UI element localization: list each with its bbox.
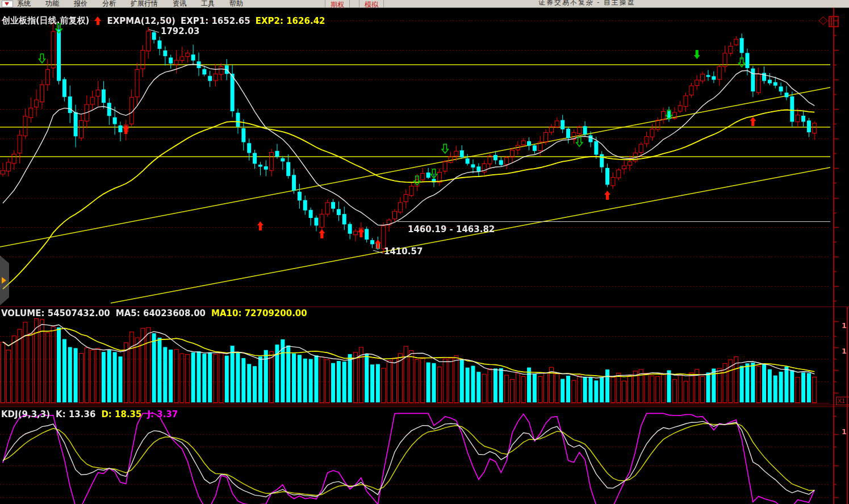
axis-label-partial-1: 1 bbox=[842, 321, 847, 330]
kdj-d-value: D: 18.35 bbox=[101, 409, 141, 419]
kdj-pane-title: KDJ(9,3,3) K: 13.36 D: 18.35 J: 3.37 bbox=[1, 409, 178, 419]
symbol-period-label: 创业板指(日线.前复权) bbox=[2, 15, 89, 26]
exp2-value: EXP2: 1626.42 bbox=[256, 16, 325, 26]
kdj-k-value: K: 13.36 bbox=[56, 409, 95, 419]
menu-item-3[interactable]: 报价 bbox=[74, 0, 87, 8]
volume-pane-title: VOLUME: 54507432.00 MA5: 64023608.00 MA1… bbox=[1, 308, 307, 318]
menu-item-1[interactable]: 系统 bbox=[17, 0, 31, 8]
menu-item-5[interactable]: 扩展行情 bbox=[131, 0, 158, 8]
menu-bar: 系统功能报价分析扩展行情资讯工具帮助 期权模拟 证券交易不复杂 - 自主操盘 bbox=[0, 0, 849, 8]
indicator-label[interactable]: EXPMA(12,50) bbox=[107, 16, 175, 26]
volume-value: VOLUME: 54507432.00 bbox=[1, 308, 110, 318]
menu-item-2[interactable]: 功能 bbox=[45, 0, 59, 8]
app-icon[interactable] bbox=[2, 1, 13, 7]
up-arrow-icon bbox=[94, 16, 102, 26]
expand-arrow-icon bbox=[2, 277, 6, 284]
kdj-j-value: J: 3.37 bbox=[148, 409, 178, 419]
menu-item-7[interactable]: 工具 bbox=[201, 0, 215, 8]
hot-menu-items: 期权模拟 bbox=[325, 0, 393, 8]
hot-menu-item-1[interactable]: 期权 bbox=[325, 0, 350, 8]
axis-label-partial-2: 1 bbox=[842, 347, 847, 355]
menubar-slogan: 证券交易不复杂 - 自主操盘 bbox=[538, 0, 635, 7]
x1-scale-badge[interactable]: X1 bbox=[836, 397, 849, 405]
peak-price-annotation: 1792.03 bbox=[161, 26, 199, 36]
menu-items: 系统功能报价分析扩展行情资讯工具帮助 bbox=[17, 0, 258, 8]
menu-item-4[interactable]: 分析 bbox=[102, 0, 116, 8]
gap-range-annotation: 1460.19 - 1463.82 bbox=[408, 224, 495, 234]
split-window-icon[interactable] bbox=[829, 16, 839, 27]
axis-label-partial-3: 1 bbox=[842, 427, 847, 436]
trading-app-window: 系统功能报价分析扩展行情资讯工具帮助 期权模拟 证券交易不复杂 - 自主操盘 创… bbox=[0, 0, 849, 504]
chart-canvas[interactable] bbox=[0, 0, 849, 504]
sidebar-expand-handle[interactable] bbox=[0, 255, 9, 305]
volume-ma10-value: MA10: 72709200.00 bbox=[211, 308, 307, 318]
kdj-indicator-label[interactable]: KDJ(9,3,3) bbox=[1, 409, 50, 419]
app-icon-glyph bbox=[5, 2, 9, 6]
menu-item-6[interactable]: 资讯 bbox=[173, 0, 186, 8]
hot-menu-item-2[interactable]: 模拟 bbox=[359, 0, 384, 8]
menu-item-8[interactable]: 帮助 bbox=[229, 0, 243, 8]
main-chart-title: 创业板指(日线.前复权) EXPMA(12,50) EXP1: 1652.65 … bbox=[2, 15, 325, 26]
trough-price-annotation: 1410.57 bbox=[384, 246, 423, 257]
volume-ma5-value: MA5: 64023608.00 bbox=[116, 308, 206, 318]
exp1-value: EXP1: 1652.65 bbox=[181, 16, 250, 26]
